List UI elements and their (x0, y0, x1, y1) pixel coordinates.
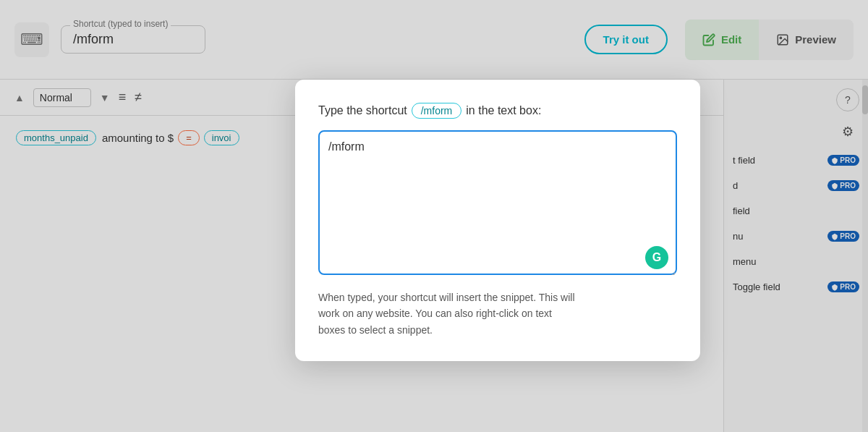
modal-title-suffix: in the text box: (466, 104, 541, 117)
modal-hint: When typed, your shortcut will insert th… (318, 289, 677, 338)
modal-title: Type the shortcut /mform in the text box… (318, 103, 677, 119)
try-it-out-modal: Type the shortcut /mform in the text box… (295, 80, 700, 361)
modal-hint-line3: boxes to select a snippet. (318, 324, 433, 336)
textarea-wrapper: /mform G ⌟ (318, 130, 677, 278)
grammarly-letter: G (652, 251, 661, 264)
resize-handle[interactable]: ⌟ (671, 266, 676, 276)
modal-shortcut-pill: /mform (412, 103, 462, 119)
grammarly-icon: G (645, 246, 668, 269)
modal-title-prefix: Type the shortcut (318, 104, 407, 117)
shortcut-test-input[interactable]: /mform (318, 130, 677, 275)
modal-hint-line2: work on any website. You can also right-… (318, 308, 552, 319)
modal-hint-line1: When typed, your shortcut will insert th… (318, 292, 575, 303)
